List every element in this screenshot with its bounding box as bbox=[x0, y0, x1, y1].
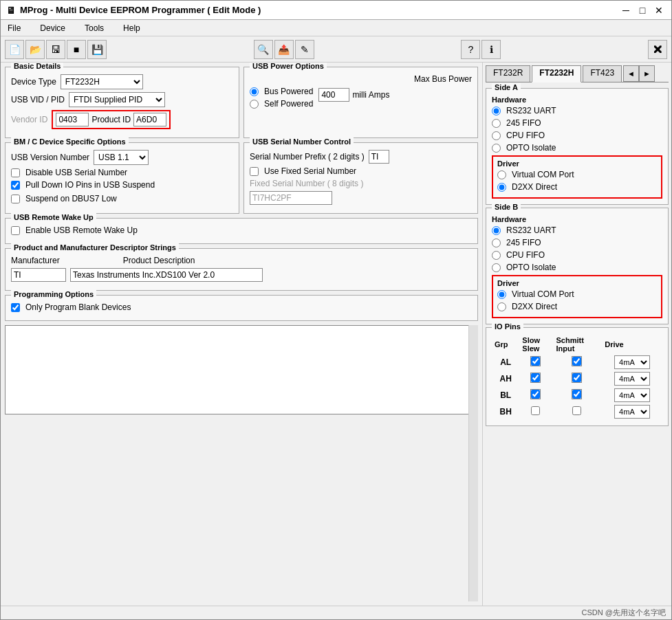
io-drive-select[interactable]: 4mA bbox=[614, 405, 650, 419]
enable-remote-wakeup-checkbox[interactable] bbox=[11, 226, 20, 235]
disable-usb-serial-checkbox[interactable] bbox=[11, 168, 20, 177]
minimize-button[interactable]: ─ bbox=[619, 3, 633, 17]
io-drive-cell[interactable]: 4mA bbox=[602, 370, 662, 387]
io-schmitt-checkbox[interactable] bbox=[572, 406, 581, 415]
io-drive-select[interactable]: 4mA bbox=[614, 388, 650, 402]
io-slow-cell[interactable] bbox=[519, 387, 553, 403]
io-pins-group: IO Pins Grp SlowSlew SchmittInput Drive bbox=[486, 327, 669, 426]
io-drive-select[interactable]: 4mA bbox=[614, 372, 650, 386]
side-b-driver-title: Driver bbox=[497, 279, 657, 287]
menu-file[interactable]: File bbox=[3, 22, 25, 34]
bus-powered-radio[interactable] bbox=[250, 87, 259, 96]
stop-button[interactable]: ■ bbox=[67, 40, 86, 59]
product-desc-input[interactable] bbox=[70, 268, 263, 282]
io-drive-cell[interactable]: 4mA bbox=[602, 354, 662, 370]
io-slow-cell[interactable] bbox=[519, 370, 553, 387]
new-button[interactable]: 📄 bbox=[5, 40, 24, 59]
io-schmitt-cell[interactable] bbox=[554, 370, 603, 387]
side-a-cpu-fifo-radio[interactable] bbox=[492, 131, 501, 140]
download-button[interactable]: ✎ bbox=[295, 40, 314, 59]
save-button[interactable]: 💾 bbox=[87, 40, 107, 59]
io-slow-checkbox[interactable] bbox=[531, 373, 540, 382]
side-b-vcp-radio[interactable] bbox=[497, 290, 506, 299]
io-drive-select[interactable]: 4mA bbox=[614, 355, 650, 369]
product-id-input[interactable] bbox=[133, 113, 166, 126]
side-a-d2xx-label: D2XX Direct bbox=[512, 182, 557, 192]
side-a-driver-title: Driver bbox=[497, 159, 657, 168]
save-as-button[interactable]: 🖫 bbox=[46, 40, 65, 59]
side-a-d2xx-radio[interactable] bbox=[497, 183, 506, 192]
io-schmitt-checkbox[interactable] bbox=[572, 357, 581, 366]
usb-remote-group: USB Remote Wake Up Enable USB Remote Wak… bbox=[5, 218, 478, 244]
about-button[interactable]: ℹ bbox=[481, 40, 501, 59]
help-button[interactable]: ? bbox=[461, 40, 480, 59]
product-id-label: Product ID bbox=[91, 115, 131, 124]
prefix-input[interactable] bbox=[369, 150, 389, 164]
side-b-opto-radio[interactable] bbox=[492, 263, 501, 272]
io-slow-checkbox[interactable] bbox=[531, 406, 540, 415]
bus-powered-label: Bus Powered bbox=[264, 87, 313, 96]
menu-tools[interactable]: Tools bbox=[80, 22, 108, 34]
io-schmitt-checkbox[interactable] bbox=[572, 390, 581, 399]
use-fixed-label: Use Fixed Serial Number bbox=[264, 166, 356, 176]
side-a-vcp-radio[interactable] bbox=[497, 170, 506, 179]
maximize-button[interactable]: □ bbox=[636, 3, 649, 17]
side-b-cpu-fifo-radio[interactable] bbox=[492, 251, 501, 260]
suspend-checkbox[interactable] bbox=[11, 195, 20, 203]
side-a-rs232-radio[interactable] bbox=[492, 107, 501, 115]
scrollbar-vertical[interactable] bbox=[468, 325, 478, 601]
tab-ft2232h[interactable]: FT2232H bbox=[532, 65, 581, 82]
io-slow-cell[interactable] bbox=[519, 354, 553, 370]
menu-help[interactable]: Help bbox=[119, 22, 144, 34]
exit-button[interactable]: 🗙 bbox=[648, 40, 667, 59]
log-textarea[interactable] bbox=[5, 325, 478, 414]
usb-vid-pid-select[interactable]: FTDI Supplied PID bbox=[69, 92, 165, 107]
io-schmitt-cell[interactable] bbox=[554, 403, 603, 420]
side-a-opto-radio[interactable] bbox=[492, 144, 501, 153]
io-schmitt-cell[interactable] bbox=[554, 354, 603, 370]
side-b-d2xx-radio[interactable] bbox=[497, 302, 506, 311]
io-schmitt-checkbox[interactable] bbox=[572, 373, 581, 382]
tab-prev-button[interactable]: ◄ bbox=[623, 65, 639, 82]
io-schmitt-cell[interactable] bbox=[554, 387, 603, 403]
side-b-vcp-label: Virtual COM Port bbox=[512, 289, 574, 299]
io-drive-cell[interactable]: 4mA bbox=[602, 387, 662, 403]
io-drive-cell[interactable]: 4mA bbox=[602, 403, 662, 420]
side-a-fifo245-radio[interactable] bbox=[492, 119, 501, 128]
right-panel: FT232R FT2232H FT423 ◄ ► Side A Hardware… bbox=[482, 63, 671, 606]
product-desc-label: Product Description bbox=[123, 256, 195, 265]
fixed-serial-input[interactable] bbox=[250, 191, 332, 205]
self-powered-radio[interactable] bbox=[250, 100, 259, 109]
side-a-fifo245-label: 245 FIFO bbox=[506, 118, 541, 128]
io-grp-cell: AH bbox=[492, 370, 519, 387]
upload-button[interactable]: 📤 bbox=[274, 40, 294, 59]
io-slow-cell[interactable] bbox=[519, 403, 553, 420]
only-blank-checkbox[interactable] bbox=[11, 303, 20, 312]
io-grp-cell: AL bbox=[492, 354, 519, 370]
tab-ft232r[interactable]: FT232R bbox=[486, 65, 530, 82]
manufacturer-input[interactable] bbox=[11, 268, 66, 282]
vendor-id-input[interactable] bbox=[56, 113, 89, 126]
io-slow-checkbox[interactable] bbox=[531, 390, 540, 399]
main-content: Basic Details Device Type FT2232H USB VI… bbox=[1, 63, 671, 606]
pull-down-checkbox[interactable] bbox=[11, 181, 20, 190]
use-fixed-checkbox[interactable] bbox=[250, 167, 259, 176]
usb-vid-pid-label: USB VID / PID bbox=[11, 95, 65, 104]
tab-next-button[interactable]: ► bbox=[639, 65, 655, 82]
search-button[interactable]: 🔍 bbox=[254, 40, 273, 59]
title-bar-left: 🖥 MProg - Multi Device EEPROM Programmer… bbox=[6, 5, 261, 16]
open-button[interactable]: 📂 bbox=[25, 40, 45, 59]
side-b-fifo245-label: 245 FIFO bbox=[506, 238, 541, 247]
device-type-select[interactable]: FT2232H bbox=[61, 74, 143, 89]
io-slow-checkbox[interactable] bbox=[531, 357, 540, 366]
side-b-fifo245-radio[interactable] bbox=[492, 239, 501, 247]
usb-version-select[interactable]: USB 1.1 bbox=[94, 150, 149, 165]
menu-device[interactable]: Device bbox=[36, 22, 69, 34]
side-b-rs232-radio[interactable] bbox=[492, 226, 501, 235]
left-panel: Basic Details Device Type FT2232H USB VI… bbox=[1, 63, 482, 606]
side-a-opto-label: OPTO Isolate bbox=[506, 143, 556, 153]
tab-ft423[interactable]: FT423 bbox=[583, 65, 622, 82]
log-area-container bbox=[5, 325, 478, 601]
close-button[interactable]: ✕ bbox=[652, 3, 666, 17]
max-bus-power-input[interactable] bbox=[318, 88, 349, 102]
